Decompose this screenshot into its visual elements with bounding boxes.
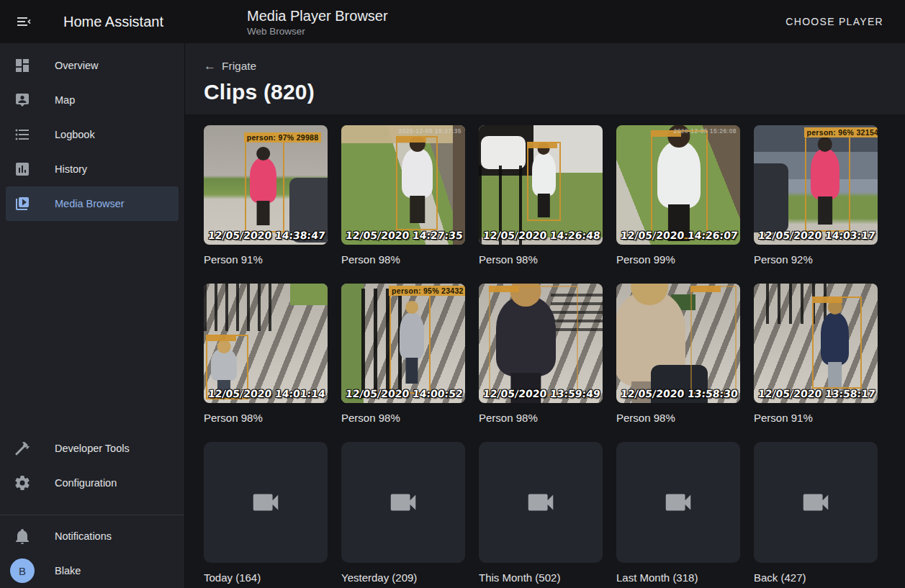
topbar-left: Home Assistant [0,13,185,30]
video-camera-icon [799,486,832,519]
sidebar-item-label: Configuration [55,477,117,489]
sidebar-item-overview[interactable]: Overview [6,48,179,83]
sidebar-item-media-browser[interactable]: Media Browser [6,186,179,221]
clip-card[interactable]: 12/05/2020 14:01:14 Person 98% [204,284,328,424]
media-title: Media Player Browser [247,7,388,24]
sidebar-item-logbook[interactable]: Logbook [6,117,179,152]
sidebar-item-history[interactable]: History [6,152,179,186]
clip-caption: Person 98% [479,253,603,266]
sidebar-item-map[interactable]: Map [6,83,179,117]
stroller-shape [754,163,788,232]
sidebar-item-configuration[interactable]: Configuration [6,466,179,500]
folder-label: This Month (502) [479,571,603,584]
clip-thumbnail: person: 95% 23432 12/05/2020 14:00:52 [341,284,465,403]
sidebar-divider [0,515,184,515]
lawn-patch-shape [290,284,328,305]
clip-caption: Person 98% [341,253,465,266]
chart-box-icon [14,160,31,178]
detection-bounding-box [812,297,862,389]
user-name: Blake [55,565,81,576]
folder-thumbnail [616,442,740,563]
clip-card[interactable]: 12/05/2020 13:58:30 Person 98% [616,284,740,424]
car-shape [481,136,526,169]
clip-thumbnail: 12/05/2020 14:01:14 [204,284,328,403]
sidebar-item-label: History [55,163,87,175]
detection-bounding-box [396,136,438,230]
clip-caption: Person 91% [204,253,328,266]
clip-card[interactable]: 12/05/2020 13:59:49 Person 98% [479,284,603,424]
sidebar-item-notifications[interactable]: Notifications [6,519,179,553]
detection-label-mini [527,142,557,148]
sidebar-item-developer-tools[interactable]: Developer Tools [6,431,179,466]
detection-label: person: 95% 23432 [389,286,465,296]
media-player-browser-heading: Media Player Browser Web Browser [247,7,388,37]
clip-caption: Person 99% [616,253,740,266]
clip-timestamp-overlay: 12/05/2020 13:59:49 [482,388,600,399]
folder-card-last-month[interactable]: Last Month (318) [616,442,740,584]
folder-label: Today (164) [204,571,328,584]
clip-card[interactable]: person: 97% 29988 12/05/2020 14:38:47 Pe… [204,125,328,266]
detection-label-mini [690,286,721,292]
menu-open-icon[interactable] [15,13,32,30]
sidebar-spacer [0,221,184,431]
detection-label-mini [489,286,519,292]
folder-card-this-month[interactable]: This Month (502) [479,442,603,584]
page-title: Clips (820) [204,80,905,104]
arrow-left-icon: ← [204,59,216,73]
clip-timestamp-overlay: 12/05/2020 13:58:30 [620,388,738,399]
folder-label: Last Month (318) [616,571,740,584]
folder-label: Yesterday (209) [341,571,465,584]
hammer-icon [14,440,31,457]
folder-label: Back (427) [754,571,878,584]
breadcrumb-back-frigate[interactable]: ← Frigate [204,59,256,73]
clip-caption: Person 98% [341,412,465,424]
clip-timestamp-overlay: 12/05/2020 14:03:17 [757,230,875,241]
detection-label-mini [206,335,236,341]
clip-caption: Person 98% [616,412,740,424]
sidebar-user-profile[interactable]: B Blake [6,553,179,588]
clip-card[interactable]: 12/05/2020 14:26:48 Person 98% [479,125,603,266]
clip-timestamp-overlay: 12/05/2020 14:01:14 [207,388,325,399]
folder-thumbnail [204,442,328,563]
choose-player-button[interactable]: CHOOSE PLAYER [780,10,889,33]
sidebar: Overview Map Logbook History [0,43,185,588]
detection-label-mini [396,136,426,143]
content-header: ← Frigate Clips (820) [185,43,905,114]
clip-card[interactable]: 2020-12-05 15:27:35 12/05/2020 14:27:35 … [341,125,465,266]
porch-post-shape [453,125,465,245]
account-marker-icon [14,91,31,109]
video-camera-icon [662,486,695,519]
clip-caption: Person 91% [754,412,878,424]
bush-shape [341,284,364,403]
detection-label-mini [812,297,842,303]
media-subtitle: Web Browser [247,26,388,37]
sidebar-item-label: Overview [55,60,98,71]
folder-thumbnail [479,442,603,563]
app-window: Home Assistant Media Player Browser Web … [0,0,905,588]
clip-timestamp-overlay: 12/05/2020 14:26:48 [482,230,600,241]
camera-osd-text: 2020-12-05 15:27:35 [399,127,461,135]
detection-bounding-box [690,286,737,393]
view-dashboard-icon [14,57,31,74]
format-list-bulleted-icon [14,126,31,143]
clip-card[interactable]: person: 95% 23432 12/05/2020 14:00:52 Pe… [341,284,465,424]
clip-thumbnail: 12/05/2020 13:59:49 [479,284,603,403]
clip-timestamp-overlay: 12/05/2020 13:58:17 [757,388,875,399]
railing-shape [204,284,273,331]
clip-card[interactable]: 12/05/2020 13:58:17 Person 91% [754,284,878,424]
detection-label: person: 97% 29988 [244,132,322,143]
clip-card[interactable]: 2020-12-05 15:26:08 12/05/2020 14:26:07 … [616,125,740,266]
clip-thumbnail: 2020-12-05 15:27:35 12/05/2020 14:27:35 [341,125,465,245]
folder-card-yesterday[interactable]: Yesterday (209) [341,442,465,584]
detection-bounding-box [651,130,708,239]
sidebar-item-label: Map [55,94,75,106]
folder-card-today[interactable]: Today (164) [204,442,328,584]
clip-caption: Person 98% [479,412,603,424]
breadcrumb-label: Frigate [222,60,256,73]
clip-timestamp-overlay: 12/05/2020 14:27:35 [345,230,463,241]
clips-grid-wrap: person: 97% 29988 12/05/2020 14:38:47 Pe… [185,114,905,588]
clip-thumbnail: person: 97% 29988 12/05/2020 14:38:47 [204,125,328,245]
detection-bounding-box: person: 95% 23432 [390,292,431,394]
clip-card[interactable]: person: 96% 32154 12/05/2020 14:03:17 Pe… [754,125,878,266]
folder-card-back[interactable]: Back (427) [754,442,878,584]
